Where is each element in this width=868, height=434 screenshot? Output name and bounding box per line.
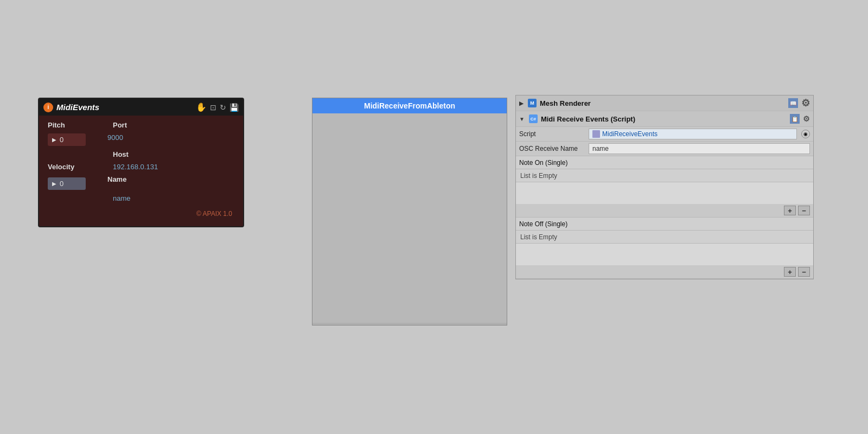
mesh-settings-icon[interactable]: ⚙ [801, 97, 810, 109]
host-label: Host [113, 150, 156, 158]
pitch-arrow: ▶ [52, 137, 56, 143]
midi-events-body: Pitch Port ▶ 0 9000 Host Velocity 192.16… [39, 116, 243, 226]
note-on-label: Note On (Single) [519, 159, 567, 167]
midi-events-title: MidiEvents [56, 103, 192, 112]
velocity-value: 0 [60, 180, 63, 188]
script-header-row: ▼ C# Midi Receive Events (Script) 📋 ⚙ [516, 111, 813, 127]
note-off-header-row: Note Off (Single) [516, 218, 813, 231]
osc-receive-row: OSC Receive Name name [516, 142, 813, 156]
note-on-empty-text: List is Empty [520, 172, 557, 180]
refresh-icon[interactable]: ↻ [220, 103, 226, 112]
host-value: 192.168.0.131 [113, 163, 158, 171]
name-value-row: name [48, 194, 234, 202]
mesh-expand-arrow[interactable]: ▶ [519, 100, 524, 106]
note-off-empty-text: List is Empty [520, 233, 557, 241]
copyright-text: © APAIX 1.0 [48, 210, 234, 218]
note-on-empty-row: List is Empty [516, 169, 813, 182]
velocity-control[interactable]: ▶ 0 [48, 177, 86, 190]
pitch-control[interactable]: ▶ 0 [48, 133, 86, 146]
inspector-panel: ▶ M Mesh Renderer 📖 ⚙ ▼ C# Midi Receive … [515, 95, 814, 279]
velocity-arrow: ▶ [52, 181, 56, 187]
velocity-label: Velocity [48, 163, 91, 171]
midi-receive-body [312, 113, 507, 323]
script-field-label: Script [519, 130, 584, 138]
note-on-remove-button[interactable]: − [798, 206, 810, 215]
midi-receive-title: MidiReceiveFromAbleton [364, 101, 455, 110]
note-off-label: Note Off (Single) [519, 220, 567, 228]
script-filename: MidiReceiveEvents [602, 130, 658, 138]
note-off-buttons-row: + − [516, 265, 813, 279]
note-off-add-button[interactable]: + [784, 267, 796, 277]
script-file-icon [592, 130, 600, 138]
osc-receive-label: OSC Receive Name [519, 145, 584, 152]
script-gear-icon[interactable]: ⚙ [803, 114, 810, 123]
host-label-row: Host [48, 150, 234, 158]
port-label: Port [113, 121, 156, 129]
mesh-icon: M [528, 99, 537, 107]
mesh-renderer-label: Mesh Renderer [540, 99, 785, 107]
midi-receive-panel: MidiReceiveFromAbleton [312, 98, 507, 326]
pitch-port-row: ▶ 0 9000 [48, 133, 234, 146]
note-on-header-row: Note On (Single) [516, 156, 813, 169]
labels-row: Pitch Port [48, 121, 234, 129]
name-label: Name [107, 175, 151, 190]
book-icon[interactable]: 📖 [788, 98, 798, 108]
script-field-row: Script MidiReceiveEvents ◉ [516, 127, 813, 142]
script-expand-arrow[interactable]: ▼ [519, 116, 525, 122]
note-on-empty-area [516, 182, 813, 204]
velocity-name-row: ▶ 0 Name [48, 175, 234, 190]
name-value: name [113, 194, 131, 202]
script-icon: C# [529, 114, 538, 123]
midi-receive-titlebar: MidiReceiveFromAbleton [312, 98, 507, 113]
hand-icon: ✋ [196, 102, 207, 112]
note-off-remove-button[interactable]: − [798, 267, 810, 277]
pitch-value: 0 [60, 136, 63, 144]
script-field-value[interactable]: MidiReceiveEvents [589, 129, 797, 139]
velocity-host-row: Velocity 192.168.0.131 [48, 163, 234, 171]
midi-events-icon: i [43, 103, 53, 112]
pitch-label: Pitch [48, 121, 91, 129]
mesh-renderer-row: ▶ M Mesh Renderer 📖 ⚙ [516, 95, 813, 111]
port-value: 9000 [107, 133, 123, 146]
script-select-btn[interactable]: ◉ [801, 130, 810, 138]
midi-events-panel: i MidiEvents ✋ ⊡ ↻ 💾 Pitch Port ▶ 0 9000… [38, 98, 244, 227]
save-icon[interactable]: 💾 [229, 103, 239, 112]
script-title: Midi Receive Events (Script) [541, 115, 787, 123]
midi-events-titlebar: i MidiEvents ✋ ⊡ ↻ 💾 [39, 99, 243, 116]
script-book-icon[interactable]: 📋 [790, 114, 800, 124]
osc-receive-value[interactable]: name [589, 143, 810, 154]
note-off-empty-area [516, 244, 813, 265]
note-off-empty-row: List is Empty [516, 231, 813, 244]
note-on-buttons-row: + − [516, 204, 813, 218]
toolbar-icons: ⊡ ↻ 💾 [210, 103, 239, 112]
screen-icon[interactable]: ⊡ [210, 103, 216, 112]
note-on-add-button[interactable]: + [784, 206, 796, 215]
